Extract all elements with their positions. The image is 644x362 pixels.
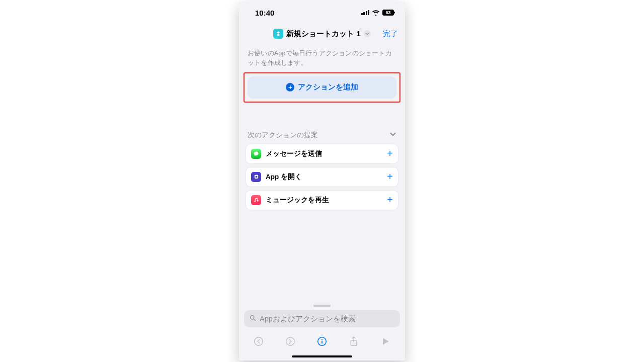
search-placeholder: Appおよびアクションを検索 <box>260 314 356 324</box>
status-right: 63 <box>361 10 394 16</box>
search-input[interactable]: Appおよびアクションを検索 <box>244 310 400 327</box>
svg-point-7 <box>321 339 323 340</box>
plus-icon[interactable]: + <box>387 194 393 206</box>
phone-frame: 10:40 63 新規ショートカット 1 完了 お使いのAppで毎日行うアクショ… <box>239 2 405 360</box>
shortcuts-app-icon <box>273 29 283 39</box>
suggestion-row-open-app[interactable]: App を開く + <box>246 167 398 187</box>
svg-rect-8 <box>321 341 323 344</box>
svg-rect-1 <box>255 176 257 178</box>
battery-icon: 63 <box>382 10 394 16</box>
highlight-box: ＋ アクションを追加 <box>244 72 400 103</box>
nav-title-group[interactable]: 新規ショートカット 1 <box>273 29 371 39</box>
suggestion-label: App を開く <box>266 172 382 182</box>
done-button[interactable]: 完了 <box>383 29 398 39</box>
suggestions-list: メッセージを送信 + App を開く + ミュージックを再生 + <box>246 144 398 210</box>
suggestions-title: 次のアクションの提案 <box>248 131 318 140</box>
svg-point-5 <box>286 337 295 346</box>
content-area: お使いのAppで毎日行うアクションのショートカットを作成します。 ＋ アクション… <box>239 44 405 305</box>
nav-bar: 新規ショートカット 1 完了 <box>239 24 405 44</box>
drag-handle[interactable] <box>313 305 331 307</box>
plus-icon[interactable]: + <box>387 148 393 159</box>
redo-button[interactable] <box>280 336 300 347</box>
plus-icon[interactable]: + <box>387 171 393 183</box>
bottom-panel: Appおよびアクションを検索 <box>239 305 405 360</box>
open-app-icon <box>251 172 261 182</box>
hint-text: お使いのAppで毎日行うアクションのショートカットを作成します。 <box>248 49 396 68</box>
play-button[interactable] <box>375 336 395 346</box>
share-button[interactable] <box>344 336 364 347</box>
home-indicator[interactable] <box>292 355 352 357</box>
suggestion-label: メッセージを送信 <box>266 149 382 158</box>
suggestions-header[interactable]: 次のアクションの提案 <box>248 131 396 140</box>
add-action-label: アクションを追加 <box>298 82 358 92</box>
add-action-button[interactable]: ＋ アクションを追加 <box>248 76 396 99</box>
info-button[interactable] <box>312 336 332 347</box>
status-time: 10:40 <box>255 9 274 17</box>
svg-line-3 <box>254 319 255 320</box>
svg-point-4 <box>255 337 263 346</box>
suggestion-row-messages[interactable]: メッセージを送信 + <box>246 144 398 164</box>
toolbar <box>239 330 405 352</box>
svg-point-2 <box>251 316 255 320</box>
undo-button[interactable] <box>249 336 269 347</box>
chevron-down-icon <box>389 131 396 139</box>
cellular-icon <box>361 10 370 15</box>
plus-circle-icon: ＋ <box>286 83 294 92</box>
chevron-down-icon[interactable] <box>364 30 371 37</box>
search-icon <box>249 314 257 323</box>
suggestion-row-music[interactable]: ミュージックを再生 + <box>246 190 398 210</box>
music-app-icon <box>251 195 261 205</box>
status-bar: 10:40 63 <box>239 2 405 24</box>
suggestion-label: ミュージックを再生 <box>266 196 382 205</box>
shortcut-name: 新規ショートカット 1 <box>286 29 361 39</box>
wifi-icon <box>372 10 380 16</box>
messages-app-icon <box>251 149 261 159</box>
